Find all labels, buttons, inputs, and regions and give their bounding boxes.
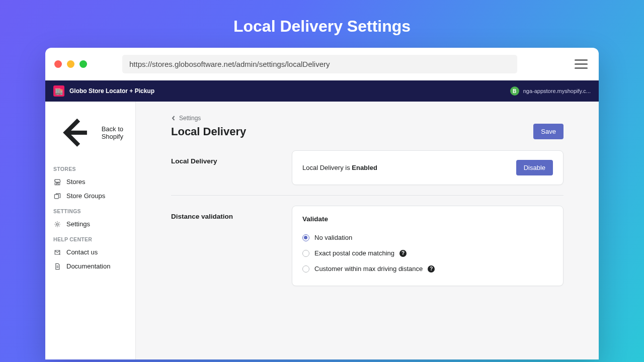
radio-icon <box>302 250 309 257</box>
sidebar-item-label: Settings <box>66 220 90 228</box>
section-distance-heading: Distance validation <box>171 206 282 286</box>
radio-driving-distance[interactable]: Customer within max driving distance ? <box>302 261 553 277</box>
menu-icon[interactable] <box>573 57 590 71</box>
sidebar-item-stores[interactable]: Stores <box>45 175 135 189</box>
breadcrumb[interactable]: Settings <box>171 115 564 122</box>
svg-point-1 <box>56 223 58 225</box>
section-help-title: HELP CENTER <box>45 231 135 245</box>
sidebar-item-label: Store Groups <box>66 192 105 200</box>
browser-frame: https://stores.globosoftware.net/admin/s… <box>45 48 599 359</box>
radio-label: No validation <box>314 234 352 241</box>
window-max-dot[interactable] <box>79 60 87 68</box>
store-domain: nga-appstore.myshopify.c... <box>523 88 591 94</box>
section-local-delivery-heading: Local Delivery <box>171 150 282 185</box>
back-label: Back to Shopify <box>102 125 127 140</box>
save-button[interactable]: Save <box>533 124 564 139</box>
arrow-left-icon <box>53 112 96 154</box>
gear-icon <box>53 220 61 228</box>
sidebar-item-label: Documentation <box>66 262 110 270</box>
help-icon[interactable]: ? <box>399 250 407 257</box>
radio-label: Exact postal code matching <box>314 249 394 257</box>
window-close-dot[interactable] <box>54 60 62 68</box>
radio-label: Customer within max driving distance <box>314 265 423 273</box>
page-title: Local Delivery <box>171 125 246 138</box>
help-icon[interactable]: ? <box>428 265 435 273</box>
back-to-shopify[interactable]: Back to Shopify <box>45 109 135 161</box>
store-icon <box>53 178 61 186</box>
main-content: Settings Local Delivery Save Local Deliv… <box>136 102 599 359</box>
sidebar-item-store-groups[interactable]: Store Groups <box>45 189 135 203</box>
distance-card: Validate No validation Exact postal code… <box>292 206 564 286</box>
radio-no-validation[interactable]: No validation <box>302 230 553 245</box>
section-settings-title: SETTINGS <box>45 203 135 217</box>
breadcrumb-label: Settings <box>179 115 201 122</box>
store-groups-icon <box>53 192 61 200</box>
chevron-left-icon <box>171 116 176 121</box>
document-icon <box>53 262 61 270</box>
app-logo-icon: 🏬 <box>53 85 64 97</box>
store-switcher[interactable]: B nga-appstore.myshopify.c... <box>510 86 591 96</box>
contact-icon <box>53 248 61 256</box>
window-min-dot[interactable] <box>67 60 74 68</box>
sidebar-item-docs[interactable]: Documentation <box>45 259 135 274</box>
banner-title: Local Delivery Settings <box>0 0 644 48</box>
local-delivery-card: Local Delivery is Enabled Disable <box>292 150 564 185</box>
svg-rect-0 <box>54 194 58 198</box>
sidebar: Back to Shopify STORES Stores Store Grou… <box>45 102 136 359</box>
local-delivery-status: Local Delivery is Enabled <box>302 164 377 171</box>
radio-postal-code[interactable]: Exact postal code matching ? <box>302 245 553 261</box>
url-bar[interactable]: https://stores.globosoftware.net/admin/s… <box>122 55 517 73</box>
validate-title: Validate <box>302 215 553 223</box>
browser-bar: https://stores.globosoftware.net/admin/s… <box>45 48 599 80</box>
sidebar-item-settings[interactable]: Settings <box>45 217 135 231</box>
app-header: 🏬 Globo Store Locator + Pickup B nga-app… <box>45 80 599 102</box>
section-stores-title: STORES <box>45 161 135 175</box>
avatar: B <box>510 86 519 96</box>
radio-icon <box>302 234 309 241</box>
sidebar-item-label: Contact us <box>66 248 98 256</box>
disable-button[interactable]: Disable <box>516 160 553 175</box>
sidebar-item-contact[interactable]: Contact us <box>45 245 135 259</box>
radio-icon <box>302 265 309 273</box>
app-name: Globo Store Locator + Pickup <box>69 87 154 95</box>
sidebar-item-label: Stores <box>66 178 86 186</box>
